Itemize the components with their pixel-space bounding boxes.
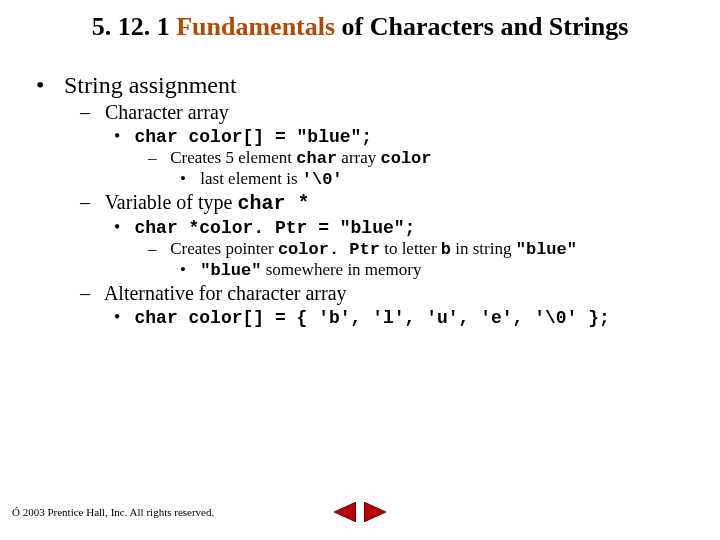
code-blue: "blue"	[516, 240, 577, 259]
code-char-array-decl: char color[] = "blue";	[135, 127, 373, 147]
text: somewhere in memory	[261, 260, 421, 279]
bullet-1-1-text: Character array	[105, 101, 229, 123]
code-charptr: char *	[237, 192, 309, 215]
content-list: String assignment Character array char c…	[28, 72, 692, 328]
title-part1: 5. 12. 1	[92, 12, 177, 41]
bullet-1: String assignment Character array char c…	[38, 72, 692, 328]
bullet-1-1-1: char color[] = "blue"; Creates 5 element…	[114, 126, 692, 189]
title-part3: of Characters and Strings	[335, 12, 628, 41]
bullet-1-3-text: Alternative for character array	[104, 282, 347, 304]
text: array	[337, 148, 380, 167]
code-char: char	[296, 149, 337, 168]
title-part2: Fundamentals	[176, 12, 335, 41]
nav-arrows	[334, 502, 386, 522]
text: Creates 5 element	[170, 148, 296, 167]
bullet-1-2-1-1-1: "blue" somewhere in memory	[180, 260, 692, 280]
code-colorptr: color. Ptr	[278, 240, 380, 259]
code-blue2: "blue"	[200, 261, 261, 280]
bullet-1-2: Variable of type char * char *color. Ptr…	[80, 191, 692, 280]
slide-title: 5. 12. 1 Fundamentals of Characters and …	[28, 12, 692, 42]
next-arrow-icon[interactable]	[364, 502, 386, 522]
bullet-1-text: String assignment	[64, 72, 237, 98]
text: to letter	[380, 239, 441, 258]
bullet-1-3-1: char color[] = { 'b', 'l', 'u', 'e', '\0…	[114, 307, 692, 328]
code-b: b	[441, 240, 451, 259]
bullet-1-1-1-1: Creates 5 element char array color last …	[148, 148, 692, 189]
text: Variable of type	[105, 191, 238, 213]
text: in string	[451, 239, 516, 258]
svg-marker-1	[364, 502, 386, 522]
svg-marker-0	[334, 502, 356, 522]
bullet-1-2-1: char *color. Ptr = "blue"; Creates point…	[114, 217, 692, 280]
code-color: color	[381, 149, 432, 168]
bullet-1-1-1-1-1: last element is '\0'	[180, 169, 692, 189]
code-null: '\0'	[302, 170, 343, 189]
text: Creates pointer	[170, 239, 278, 258]
copyright-footer: Ó 2003 Prentice Hall, Inc. All rights re…	[12, 506, 214, 518]
bullet-1-1: Character array char color[] = "blue"; C…	[80, 101, 692, 189]
code-array-init: char color[] = { 'b', 'l', 'u', 'e', '\0…	[135, 308, 610, 328]
text: last element is	[200, 169, 302, 188]
code-ptr-decl: char *color. Ptr = "blue";	[135, 218, 416, 238]
prev-arrow-icon[interactable]	[334, 502, 356, 522]
bullet-1-3: Alternative for character array char col…	[80, 282, 692, 328]
bullet-1-2-1-1: Creates pointer color. Ptr to letter b i…	[148, 239, 692, 280]
slide: 5. 12. 1 Fundamentals of Characters and …	[0, 0, 720, 540]
